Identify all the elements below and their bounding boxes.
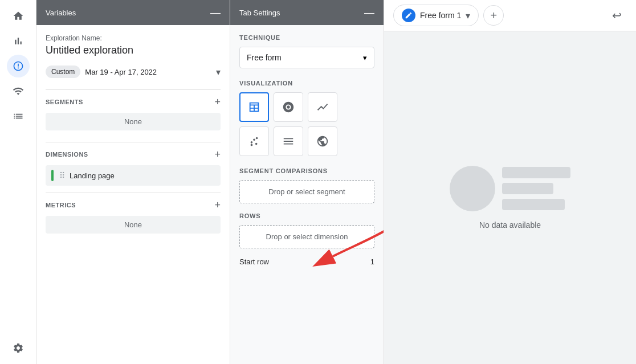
date-badge[interactable]: Custom bbox=[46, 66, 80, 78]
nav-settings[interactable] bbox=[7, 337, 30, 359]
nav-list[interactable] bbox=[7, 105, 30, 128]
date-value[interactable]: Mar 19 - Apr 17, 2022 bbox=[85, 68, 211, 76]
variables-content: Exploration Name: Untitled exploration C… bbox=[36, 25, 230, 364]
segment-comparisons-title: SEGMENT COMPARISONS bbox=[239, 167, 374, 174]
dimension-label: Landing page bbox=[70, 171, 215, 180]
technique-title: TECHNIQUE bbox=[239, 34, 374, 41]
tab-edit-icon bbox=[402, 9, 415, 22]
add-metrics-button[interactable]: + bbox=[214, 200, 221, 210]
technique-select[interactable]: Free form ▾ bbox=[239, 47, 374, 68]
metrics-title: METRICS bbox=[46, 202, 76, 208]
placeholder-bar-1 bbox=[502, 167, 570, 178]
add-segment-button[interactable]: + bbox=[214, 97, 221, 107]
no-data-label: No data available bbox=[479, 220, 541, 230]
technique-chevron-icon: ▾ bbox=[363, 54, 367, 62]
variables-header: Variables — bbox=[36, 0, 230, 25]
metrics-none: None bbox=[46, 216, 221, 234]
dimensions-title: DIMENSIONS bbox=[46, 151, 88, 158]
tab-chip-freeform[interactable]: Free form 1 ▾ bbox=[393, 5, 479, 26]
nav-realtime[interactable] bbox=[7, 80, 30, 103]
viz-donut-button[interactable] bbox=[274, 92, 303, 122]
nav-home[interactable] bbox=[7, 5, 30, 27]
drop-segment-zone[interactable]: Drop or select segment bbox=[239, 180, 374, 203]
dimension-item[interactable]: ⠿ Landing page bbox=[46, 165, 221, 186]
placeholder-bar-2 bbox=[502, 183, 553, 194]
viz-table-button[interactable] bbox=[239, 92, 269, 122]
tab-settings-title: Tab Settings bbox=[239, 9, 280, 17]
segments-section-header: SEGMENTS + bbox=[46, 97, 221, 107]
svg-point-4 bbox=[255, 143, 258, 145]
tab-settings-header: Tab Settings — bbox=[230, 0, 384, 25]
svg-point-3 bbox=[251, 144, 253, 146]
dimensions-section-header: DIMENSIONS + bbox=[46, 149, 221, 159]
svg-point-2 bbox=[256, 137, 258, 140]
technique-value: Free form bbox=[247, 53, 282, 62]
variables-collapse[interactable]: — bbox=[210, 7, 221, 18]
tab-settings-collapse[interactable]: — bbox=[364, 7, 374, 18]
placeholder-bars bbox=[502, 167, 570, 210]
start-row-row: Start row 1 bbox=[239, 257, 374, 266]
left-nav bbox=[0, 0, 36, 364]
tab-chip-chevron-icon[interactable]: ▾ bbox=[466, 10, 470, 21]
drop-dimension-zone[interactable]: Drop or select dimension bbox=[239, 225, 374, 248]
drop-segment-text: Drop or select segment bbox=[268, 187, 345, 196]
date-chevron-icon[interactable]: ▾ bbox=[216, 67, 221, 77]
add-dimension-button[interactable]: + bbox=[214, 149, 221, 159]
segments-title: SEGMENTS bbox=[46, 99, 83, 105]
tab-settings-panel: Tab Settings — TECHNIQUE Free form ▾ VIS… bbox=[230, 0, 384, 364]
main-viz-area: No data available bbox=[384, 31, 636, 364]
add-tab-button[interactable]: + bbox=[483, 5, 504, 26]
divider-3 bbox=[46, 193, 221, 193]
variables-title: Variables bbox=[46, 9, 76, 17]
placeholder-graphic bbox=[450, 166, 570, 211]
undo-button[interactable]: ↩ bbox=[606, 5, 627, 26]
tab-settings-content: TECHNIQUE Free form ▾ VISUALIZATION bbox=[230, 25, 384, 364]
viz-line-button[interactable] bbox=[308, 92, 337, 122]
segments-none: None bbox=[46, 113, 221, 130]
variables-panel: Variables — Exploration Name: Untitled e… bbox=[36, 0, 230, 364]
placeholder-bar-3 bbox=[502, 199, 565, 210]
main-toolbar: Free form 1 ▾ + ↩ bbox=[384, 0, 636, 31]
viz-bar-button[interactable] bbox=[274, 126, 303, 156]
tab-chip-label: Free form 1 bbox=[420, 11, 461, 20]
start-row-label: Start row bbox=[239, 257, 269, 266]
viz-scatter-button[interactable] bbox=[239, 126, 269, 156]
dimension-color-bar bbox=[51, 170, 54, 181]
date-range-row: Custom Mar 19 - Apr 17, 2022 ▾ bbox=[46, 66, 221, 78]
main-content: Free form 1 ▾ + ↩ No data available bbox=[384, 0, 636, 364]
metrics-section-header: METRICS + bbox=[46, 200, 221, 210]
viz-grid bbox=[239, 92, 374, 156]
rows-title: ROWS bbox=[239, 212, 374, 219]
svg-point-0 bbox=[251, 141, 253, 144]
nav-explore[interactable] bbox=[7, 55, 30, 77]
nav-reports[interactable] bbox=[7, 30, 30, 52]
drop-dimension-text: Drop or select dimension bbox=[266, 232, 348, 241]
viz-map-button[interactable] bbox=[308, 126, 337, 156]
visualization-title: VISUALIZATION bbox=[239, 80, 374, 87]
start-row-value[interactable]: 1 bbox=[370, 257, 374, 266]
divider-2 bbox=[46, 142, 221, 142]
placeholder-circle bbox=[450, 166, 495, 211]
dimension-grip-icon: ⠿ bbox=[59, 171, 65, 180]
exploration-name-label: Exploration Name: bbox=[46, 34, 221, 42]
divider-1 bbox=[46, 89, 221, 90]
svg-point-1 bbox=[253, 138, 255, 141]
exploration-name-value[interactable]: Untitled exploration bbox=[46, 44, 221, 56]
